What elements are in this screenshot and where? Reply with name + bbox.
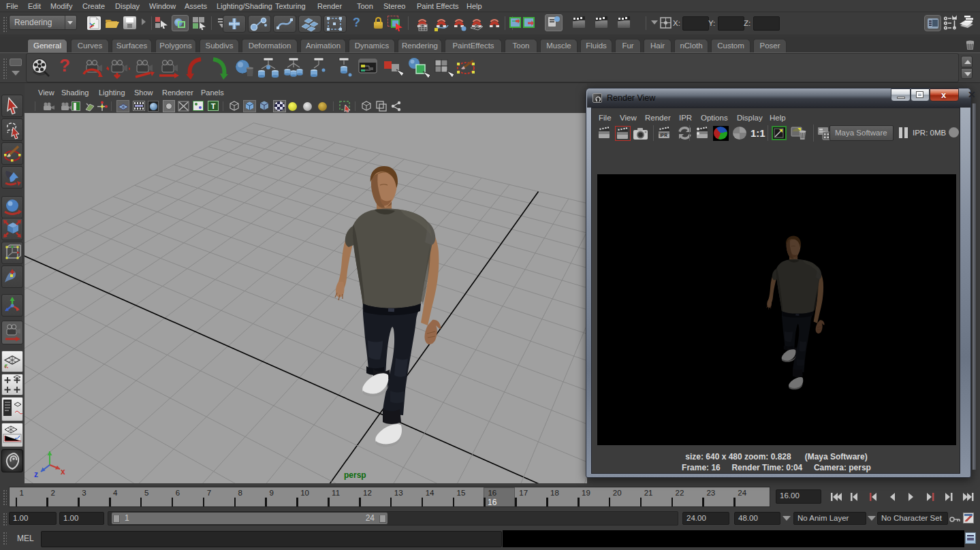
svg-text:z: z — [34, 470, 38, 479]
svg-text:IPR: IPR — [660, 133, 667, 138]
svg-text:x: x — [61, 467, 65, 476]
